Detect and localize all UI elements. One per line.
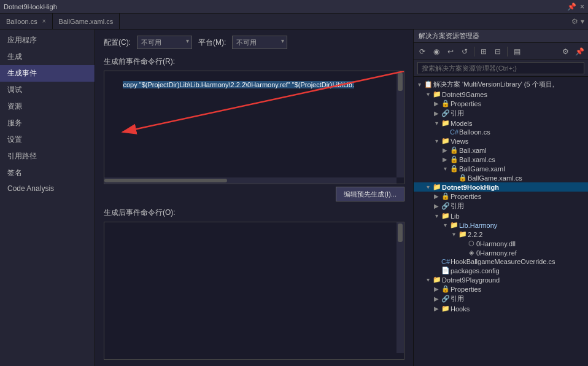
scrollbar-vertical[interactable] [397,71,404,177]
toolbar-btn-6[interactable]: ⊟ [492,45,504,58]
tree-arrow[interactable]: ▾ [415,81,424,88]
settings-icon[interactable]: ⚙ [571,17,578,26]
tree-icon-folder: 📁 [441,212,451,220]
tree-node[interactable]: ▶🔒Ball.xaml.cs [414,155,588,164]
tree-arrow[interactable]: ▾ [432,138,441,144]
toolbar-btn-2[interactable]: ◉ [430,45,443,58]
tab-ballgame-xaml-cs[interactable]: BallGame.xaml.cs [53,14,120,29]
tree-arrow[interactable]: ▾ [424,276,432,283]
sidebar-item-services[interactable]: 服务 [0,115,95,131]
tree-node[interactable]: ▾📁Models [414,119,588,128]
tree-arrow[interactable]: ▾ [432,212,441,219]
tree-arrow[interactable]: ▶ [432,286,441,292]
tree-node[interactable]: ▾📁Lib.Harmony [414,220,588,230]
tree-node[interactable]: ▶🔒Ball.xaml [414,146,588,155]
tree-node[interactable]: ▶📁Hooks [414,304,588,313]
search-input[interactable] [417,62,584,74]
toolbar-btn-filter[interactable]: ▤ [511,45,523,58]
tree-node[interactable]: ▶🔒Properties [414,192,588,201]
tree-icon-folder: 🔗 [441,202,451,210]
scrollbar-horizontal[interactable] [104,177,397,184]
right-toolbar: ⟳ ◉ ↩ ↺ ⊞ ⊟ ▤ ⚙ 📌 [414,43,588,60]
tree-label: Properties [451,100,588,107]
tree-node[interactable]: ▾📁2.2.2 [414,230,588,239]
tree-node[interactable]: ▾📁Dotnet9Games [414,90,588,99]
edit-prebuild-button[interactable]: 编辑预先生成(I)... [336,187,404,201]
sidebar-item-build[interactable]: 生成 [0,49,95,65]
dropdown-icon[interactable]: ▾ [581,17,584,26]
tree-icon-project: 📁 [432,183,442,191]
tree-node[interactable]: ▾📁Views [414,136,588,146]
center-content: 配置(C): 不可用 平台(M): 不可用 生成前事件命令行(R): copy … [95,29,413,366]
tab-label: Balloon.cs [6,18,37,25]
tree-node[interactable]: C#Balloon.cs [414,128,588,136]
toolbar-btn-settings[interactable]: ⚙ [559,45,571,58]
tree-node[interactable]: ▾📁Dotnet9HookHigh [414,182,588,192]
tree-area[interactable]: ▾📋解决方案 'MultiVersionLibrary' (5 个项目,▾📁Do… [414,77,588,366]
tree-node[interactable]: ⬡0Harmony.dll [414,239,588,248]
tree-node[interactable]: ▾📋解决方案 'MultiVersionLibrary' (5 个项目, [414,79,588,90]
postbuild-scrollbar-v[interactable] [397,222,404,353]
close-icon[interactable]: × [580,2,584,11]
toolbar-btn-3[interactable]: ↩ [444,45,457,58]
tab-close-balloon[interactable]: × [42,18,46,25]
tree-arrow[interactable]: ▾ [449,231,458,238]
tree-icon-xaml: 🔒 [449,165,459,173]
postbuild-command-area[interactable] [104,222,404,360]
toolbar-btn-1[interactable]: ⟳ [416,45,428,58]
tree-node[interactable]: ▶🔗引用 [414,201,588,211]
button-row: 编辑预先生成(I)... [104,187,404,201]
tree-arrow[interactable]: ▶ [432,100,441,107]
tree-label: 解决方案 'MultiVersionLibrary' (5 个项目, [433,80,588,89]
tree-label: Hooks [451,305,588,313]
tree-arrow[interactable]: ▶ [432,203,441,209]
tree-node[interactable]: ▶🔒Properties [414,284,588,294]
tree-label: Properties [451,193,588,200]
sidebar-item-resources[interactable]: 资源 [0,98,95,115]
tree-node[interactable]: ▾📁Lib [414,211,588,220]
tree-icon-folder: 🔗 [441,295,451,303]
tree-node[interactable]: ▶🔗引用 [414,294,588,304]
tree-node[interactable]: C#HookBallgameMeasureOverride.cs [414,257,588,266]
tree-node[interactable]: 📄packages.config [414,266,588,275]
config-select[interactable]: 不可用 [137,36,192,49]
pin-icon[interactable]: 📌 [567,2,576,11]
tree-arrow[interactable]: ▶ [432,110,441,117]
tree-arrow[interactable]: ▶ [441,156,449,163]
tree-node[interactable]: ▾📁Dotnet9Playground [414,275,588,284]
tree-node[interactable]: ▶🔗引用 [414,108,588,119]
sidebar-item-ref-path[interactable]: 引用路径 [0,148,95,165]
tree-node[interactable]: 🔒BallGame.xaml.cs [414,173,588,182]
tree-icon-cs: C# [449,128,459,136]
tab-bar: Balloon.cs × BallGame.xaml.cs ⚙ ▾ [0,14,588,29]
sidebar-item-build-events[interactable]: 生成事件 [0,65,95,82]
tree-arrow[interactable]: ▶ [432,193,441,200]
tree-arrow[interactable]: ▾ [424,184,432,190]
platform-label: 平台(M): [198,37,226,48]
tree-arrow[interactable]: ▶ [432,305,441,312]
tree-arrow[interactable]: ▾ [441,222,449,228]
tree-arrow[interactable]: ▾ [424,91,432,98]
prebuild-command-text[interactable]: copy "$(ProjectDir)Lib\Lib.Harmony\2.2.2… [104,71,404,171]
tab-balloon-cs[interactable]: Balloon.cs × [0,14,53,29]
sidebar-item-debug[interactable]: 调试 [0,82,95,98]
tree-label: 2.2.2 [468,231,588,238]
toolbar-btn-4[interactable]: ↺ [458,45,471,58]
tree-node[interactable]: ▶🔒Properties [414,99,588,108]
tree-arrow[interactable]: ▶ [432,295,441,302]
tree-label: Models [451,120,588,127]
sidebar-item-settings[interactable]: 设置 [0,131,95,148]
config-label: 配置(C): [104,37,131,48]
tree-arrow[interactable]: ▾ [432,120,441,127]
sidebar-item-sign[interactable]: 签名 [0,165,95,181]
platform-select[interactable]: 不可用 [232,36,287,49]
tree-node[interactable]: ◈0Harmony.ref [414,248,588,257]
tree-arrow[interactable]: ▾ [441,165,449,172]
tree-node[interactable]: ▾🔒BallGame.xaml [414,164,588,173]
tree-icon-folder: 🔒 [441,99,451,107]
tree-arrow[interactable]: ▶ [441,147,449,154]
toolbar-btn-pin[interactable]: 📌 [573,45,586,58]
toolbar-btn-5[interactable]: ⊞ [478,45,490,58]
sidebar-item-code-analysis[interactable]: Code Analysis [0,181,95,196]
sidebar-item-app[interactable]: 应用程序 [0,32,95,49]
